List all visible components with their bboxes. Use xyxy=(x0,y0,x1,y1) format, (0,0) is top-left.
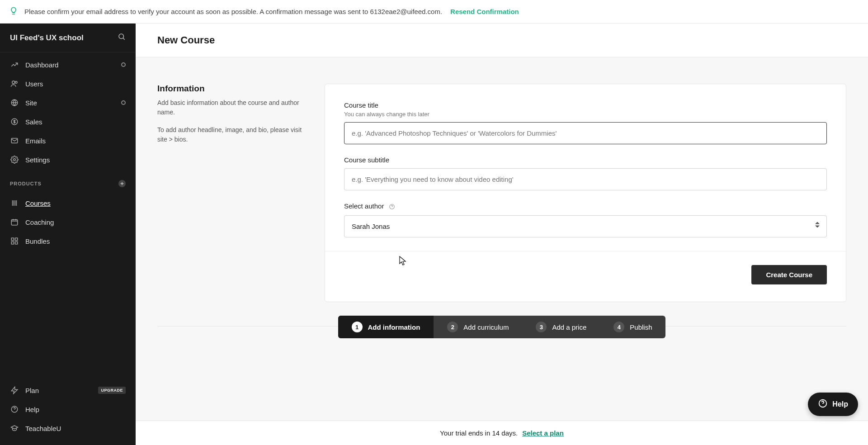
step-indicator: 1 Add information 2 Add curriculum 3 Add… xyxy=(338,316,666,338)
help-tooltip-icon[interactable] xyxy=(389,204,395,210)
svg-point-3 xyxy=(15,81,18,84)
step-label: Add a price xyxy=(552,323,586,331)
section-intro: Information Add basic information about … xyxy=(157,84,311,302)
step-number: 2 xyxy=(447,322,458,332)
sidebar-item-teachableu[interactable]: TeachableU xyxy=(0,419,136,438)
trial-text: Your trial ends in 14 days. xyxy=(440,429,518,437)
sidebar-item-settings[interactable]: Settings xyxy=(0,150,136,169)
step-number: 4 xyxy=(613,322,624,332)
scroll-area[interactable]: Information Add basic information about … xyxy=(136,57,868,421)
sidebar-item-label: Courses xyxy=(25,199,51,207)
gradcap-icon xyxy=(10,424,19,432)
section-desc-2: To add author headline, image, and bio, … xyxy=(157,125,311,144)
search-icon[interactable] xyxy=(118,33,126,43)
add-product-button[interactable] xyxy=(118,180,126,187)
help-fab-label: Help xyxy=(832,400,848,408)
nav-main-group: Dashboard Users Site Sales xyxy=(0,52,136,172)
step-number: 3 xyxy=(536,322,547,332)
author-select[interactable]: Sarah Jonas xyxy=(344,215,827,237)
sidebar-item-label: Help xyxy=(25,406,39,413)
sidebar-item-dashboard[interactable]: Dashboard xyxy=(0,55,136,74)
calendar-icon xyxy=(10,218,19,226)
svg-line-1 xyxy=(123,38,124,39)
svg-point-0 xyxy=(119,34,124,39)
svg-rect-10 xyxy=(11,220,18,225)
bulb-icon xyxy=(9,6,18,17)
email-confirmation-banner: Please confirm your email address to ver… xyxy=(0,0,868,24)
products-section-header: PRODUCTS xyxy=(0,172,136,191)
globe-icon xyxy=(10,99,19,107)
help-fab-icon xyxy=(818,398,828,410)
section-desc-1: Add basic information about the course a… xyxy=(157,98,311,117)
content-area: New Course Information Add basic informa… xyxy=(136,24,868,445)
sidebar-item-label: Sales xyxy=(25,118,42,126)
grid-icon xyxy=(10,237,19,245)
svg-rect-16 xyxy=(11,242,14,244)
sidebar-item-label: TeachableU xyxy=(25,425,61,432)
select-plan-link[interactable]: Select a plan xyxy=(522,429,564,437)
gear-icon xyxy=(10,156,19,164)
help-icon xyxy=(10,405,19,413)
sidebar-item-label: Emails xyxy=(25,137,46,145)
users-icon xyxy=(10,80,19,88)
school-name: UI Feed's UX school xyxy=(10,33,84,43)
sidebar-item-label: Bundles xyxy=(25,237,50,245)
svg-rect-14 xyxy=(11,238,14,240)
help-fab-button[interactable]: Help xyxy=(808,393,858,416)
course-subtitle-label: Course subtitle xyxy=(344,156,827,164)
sidebar: UI Feed's UX school Dashboard Users S xyxy=(0,24,136,445)
panel-divider xyxy=(325,251,846,251)
empty-indicator-icon xyxy=(121,100,126,105)
sidebar-item-emails[interactable]: Emails xyxy=(0,131,136,150)
sidebar-item-label: Site xyxy=(25,99,37,107)
course-title-hint: You can always change this later xyxy=(344,111,827,118)
sidebar-item-help[interactable]: Help xyxy=(0,400,136,419)
svg-rect-15 xyxy=(15,238,18,240)
trend-icon xyxy=(10,61,19,69)
sidebar-item-label: Coaching xyxy=(25,218,54,226)
sidebar-item-label: Plan xyxy=(25,387,39,394)
sidebar-item-label: Settings xyxy=(25,156,50,164)
course-title-label: Course title xyxy=(344,101,827,109)
sidebar-item-courses[interactable]: Courses xyxy=(0,194,136,213)
course-subtitle-input[interactable] xyxy=(344,168,827,190)
page-title: New Course xyxy=(157,34,846,46)
step-label: Publish xyxy=(630,323,652,331)
sidebar-item-bundles[interactable]: Bundles xyxy=(0,232,136,251)
step-label: Add curriculum xyxy=(463,323,509,331)
svg-point-7 xyxy=(14,159,16,161)
step-publish[interactable]: 4 Publish xyxy=(600,316,665,338)
sidebar-item-users[interactable]: Users xyxy=(0,74,136,93)
sidebar-header: UI Feed's UX school xyxy=(0,24,136,52)
sidebar-item-sales[interactable]: Sales xyxy=(0,112,136,131)
step-add-information[interactable]: 1 Add information xyxy=(338,316,434,338)
sidebar-item-site[interactable]: Site xyxy=(0,93,136,112)
select-author-label: Select author xyxy=(344,202,827,210)
step-add-a-price[interactable]: 3 Add a price xyxy=(522,316,600,338)
sidebar-item-label: Dashboard xyxy=(25,61,58,69)
svg-rect-17 xyxy=(15,242,18,244)
sidebar-item-coaching[interactable]: Coaching xyxy=(0,213,136,232)
page-header: New Course xyxy=(136,24,868,57)
bolt-icon xyxy=(10,386,19,394)
nav-products-group: Courses Coaching Bundles xyxy=(0,191,136,253)
create-course-button[interactable]: Create Course xyxy=(751,265,827,284)
svg-marker-18 xyxy=(11,387,18,394)
sidebar-item-label: Users xyxy=(25,80,43,88)
mail-icon xyxy=(10,137,19,145)
course-title-input[interactable] xyxy=(344,122,827,144)
step-add-curriculum[interactable]: 2 Add curriculum xyxy=(434,316,522,338)
empty-indicator-icon xyxy=(121,62,126,67)
book-icon xyxy=(10,199,19,207)
trial-bar: Your trial ends in 14 days. Select a pla… xyxy=(136,421,868,445)
sidebar-item-plan[interactable]: Plan UPGRADE xyxy=(0,381,136,400)
products-label: PRODUCTS xyxy=(10,181,42,186)
banner-text: Please confirm your email address to ver… xyxy=(24,8,442,15)
step-label: Add information xyxy=(368,323,420,331)
dollar-icon xyxy=(10,118,19,126)
step-number: 1 xyxy=(352,322,363,332)
nav-bottom-group: Plan UPGRADE Help TeachableU xyxy=(0,378,136,445)
resend-confirmation-link[interactable]: Resend Confirmation xyxy=(450,8,519,15)
section-heading: Information xyxy=(157,84,311,94)
upgrade-badge: UPGRADE xyxy=(98,387,126,394)
